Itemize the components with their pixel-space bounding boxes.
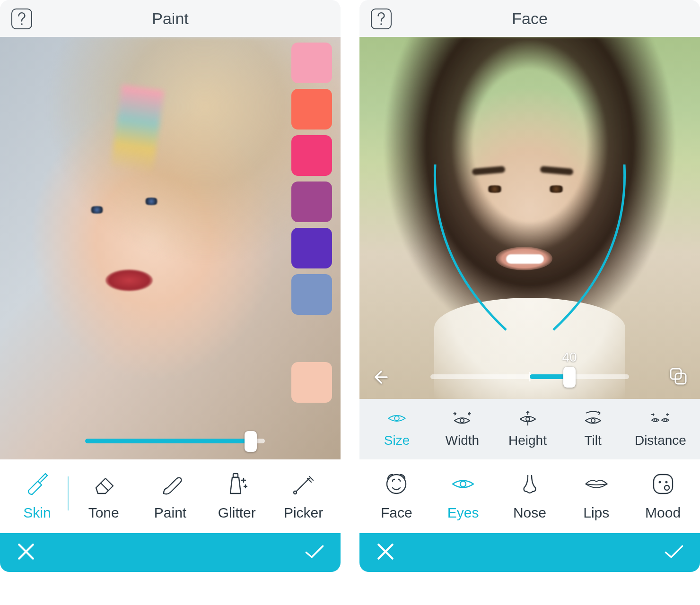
color-swatch-extra[interactable] [291, 362, 332, 403]
confirm-bar [359, 533, 700, 572]
back-button[interactable] [373, 367, 394, 389]
svg-point-17 [665, 485, 669, 490]
svg-point-6 [394, 416, 399, 421]
svg-point-12 [387, 475, 406, 493]
eyedropper-icon [291, 472, 316, 498]
subopt-label: Distance [635, 433, 686, 448]
tool-label: Glitter [218, 505, 256, 521]
photo-canvas[interactable] [0, 37, 341, 459]
tool-label: Face [381, 505, 412, 521]
tool-mood[interactable]: Mood [637, 472, 689, 521]
tool-label: Skin [23, 505, 51, 521]
tool-row: FaceEyesNoseLipsMood [359, 459, 700, 533]
question-icon [17, 11, 27, 26]
subopt-height[interactable]: Height [504, 410, 551, 448]
eye-icon [451, 472, 475, 498]
page-title: Face [512, 9, 548, 28]
color-swatch-4[interactable] [291, 228, 332, 268]
topbar: Paint [0, 0, 341, 37]
eraser-icon [91, 472, 116, 498]
svg-point-15 [658, 481, 661, 484]
eye-tilt-icon [583, 410, 603, 428]
color-swatch-5[interactable] [291, 274, 332, 315]
tool-paint[interactable]: Paint [144, 472, 196, 521]
apply-button[interactable] [305, 542, 324, 563]
color-swatch-3[interactable] [291, 182, 332, 222]
color-swatch-2[interactable] [291, 135, 332, 176]
check-icon [664, 542, 684, 562]
mood-icon [651, 472, 675, 498]
photo-canvas[interactable]: 40 [359, 37, 700, 399]
color-swatch-1[interactable] [291, 89, 332, 130]
subopt-tilt[interactable]: Tilt [569, 410, 617, 448]
tool-eyes[interactable]: Eyes [437, 472, 489, 521]
eye-icon [387, 410, 407, 428]
slider-thumb[interactable] [245, 431, 257, 452]
eye-distance-icon [650, 410, 670, 428]
svg-point-3 [380, 23, 382, 25]
tool-nose[interactable]: Nose [504, 472, 556, 521]
sub-option-row: SizeWidthHeightTiltDistance [359, 399, 700, 459]
eye-width-icon [452, 410, 472, 428]
subopt-width[interactable]: Width [438, 410, 486, 448]
tool-label: Nose [513, 505, 546, 521]
svg-point-13 [460, 481, 466, 487]
face-screen: Face 40 [359, 0, 700, 572]
svg-point-8 [525, 417, 529, 421]
tool-tone[interactable]: Tone [78, 472, 130, 521]
face-icon [384, 472, 409, 498]
adjust-slider[interactable] [430, 374, 629, 379]
subopt-size[interactable]: Size [373, 410, 420, 448]
question-icon [376, 11, 386, 26]
color-swatch-0[interactable] [291, 43, 332, 83]
arrow-left-icon [373, 367, 394, 388]
help-button[interactable] [11, 9, 32, 29]
tool-face[interactable]: Face [370, 472, 422, 521]
tool-label: Paint [154, 505, 186, 521]
color-swatches [291, 43, 332, 315]
svg-point-7 [460, 419, 464, 423]
help-button[interactable] [371, 9, 392, 29]
tool-glitter[interactable]: Glitter [211, 472, 263, 521]
tool-picker[interactable]: Picker [278, 472, 330, 521]
intensity-slider[interactable] [85, 439, 265, 443]
paint-screen: Paint SkinTonePaintGlitterPicker [0, 0, 341, 572]
tool-label: Tone [88, 505, 119, 521]
tool-lips[interactable]: Lips [570, 472, 622, 521]
subopt-label: Size [384, 433, 410, 448]
svg-rect-14 [654, 475, 673, 493]
svg-point-16 [665, 481, 667, 484]
brush-fine-icon [158, 472, 183, 498]
subopt-label: Tilt [585, 433, 602, 448]
svg-point-0 [21, 23, 23, 25]
tool-skin[interactable]: Skin [11, 472, 63, 521]
close-icon [376, 542, 395, 562]
cancel-button[interactable] [376, 542, 395, 563]
eye-height-icon [518, 410, 538, 428]
brush-wide-icon [25, 472, 49, 498]
svg-point-9 [591, 419, 595, 423]
check-icon [305, 542, 324, 562]
svg-point-10 [654, 419, 656, 421]
topbar: Face [359, 0, 700, 37]
tool-label: Lips [583, 505, 609, 521]
svg-rect-1 [233, 474, 238, 477]
apply-button[interactable] [664, 542, 684, 563]
confirm-bar [0, 533, 341, 572]
subopt-label: Width [446, 433, 480, 448]
tool-label: Picker [284, 505, 323, 521]
close-icon [16, 542, 36, 562]
svg-point-11 [664, 419, 666, 421]
lips-icon [584, 472, 609, 498]
page-title: Paint [152, 9, 189, 28]
compare-button[interactable] [668, 366, 689, 389]
tool-row: SkinTonePaintGlitterPicker [0, 459, 341, 533]
svg-point-2 [294, 491, 297, 494]
subopt-distance[interactable]: Distance [635, 410, 686, 448]
subopt-label: Height [508, 433, 547, 448]
tube-sparkle-icon [225, 472, 249, 498]
tool-label: Eyes [447, 505, 479, 521]
slider-thumb[interactable] [563, 367, 576, 388]
tool-label: Mood [645, 505, 681, 521]
cancel-button[interactable] [16, 542, 36, 563]
